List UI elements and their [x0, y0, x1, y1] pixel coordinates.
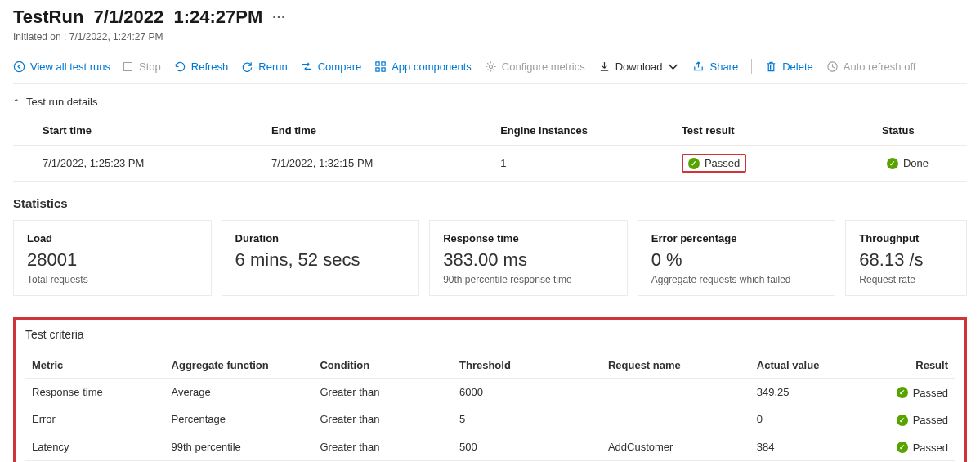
delete-label: Delete: [782, 61, 813, 73]
stat-label: Response time: [443, 232, 614, 244]
auto-refresh-button: Auto refresh off: [826, 61, 916, 73]
statistics-row: Load 28001 Total requests Duration 6 min…: [13, 220, 967, 296]
initiated-on-label: Initiated on : 7/1/2022, 1:24:27 PM: [13, 31, 967, 43]
app-components-button[interactable]: App components: [374, 61, 472, 73]
configure-metrics-label: Configure metrics: [502, 61, 585, 73]
check-icon: ✓: [887, 158, 898, 169]
rerun-label: Rerun: [258, 61, 287, 73]
download-icon: [598, 61, 611, 73]
criteria-cell-condition: Greater than: [313, 406, 453, 433]
test-run-details-table: Start time End time Engine instances Tes…: [13, 116, 967, 182]
gear-icon: [485, 61, 497, 73]
result-badge: ✓Passed: [897, 387, 948, 399]
share-button[interactable]: Share: [692, 61, 738, 73]
stat-value: 68.13 /s: [859, 249, 953, 271]
stat-label: Load: [27, 232, 198, 244]
result-text: Passed: [913, 442, 948, 454]
test-run-details-toggle[interactable]: ⌄ Test run details: [13, 96, 967, 108]
details-row: 7/1/2022, 1:25:23 PM 7/1/2022, 1:32:15 P…: [13, 146, 967, 182]
test-result-badge: ✓ Passed: [682, 154, 746, 173]
svg-rect-2: [382, 61, 385, 65]
header-result: Result: [871, 352, 955, 379]
criteria-cell-aggregate: Average: [165, 379, 314, 406]
header-end-time: End time: [242, 116, 471, 146]
status-text: Done: [903, 157, 929, 169]
svg-point-0: [14, 61, 24, 71]
download-label: Download: [615, 61, 663, 73]
test-run-details-label: Test run details: [26, 96, 97, 108]
header-start-time: Start time: [13, 116, 242, 146]
header-metric: Metric: [25, 352, 165, 379]
result-text: Passed: [913, 387, 948, 399]
header-actual-value: Actual value: [750, 352, 871, 379]
stat-value: 383.00 ms: [443, 249, 614, 271]
rerun-button[interactable]: Rerun: [241, 61, 287, 73]
rerun-icon: [241, 61, 253, 73]
criteria-cell-request_name: [602, 379, 750, 406]
compare-label: Compare: [318, 61, 361, 73]
stop-label: Stop: [139, 61, 161, 73]
auto-refresh-label: Auto refresh off: [844, 61, 916, 73]
stat-card-duration: Duration 6 mins, 52 secs: [222, 220, 420, 296]
test-criteria-table: Metric Aggregate function Condition Thre…: [25, 352, 955, 462]
delete-icon: [765, 61, 777, 73]
stat-card-load: Load 28001 Total requests: [13, 220, 212, 296]
criteria-cell-metric: Error: [25, 406, 165, 433]
test-criteria-section: Test criteria Metric Aggregate function …: [13, 317, 967, 462]
result-badge: ✓Passed: [897, 442, 948, 454]
criteria-cell-metric: Response time: [25, 379, 165, 406]
header-threshold: Threshold: [453, 352, 602, 379]
criteria-cell-condition: Greater than: [313, 379, 453, 406]
criteria-cell-actual_value: 0: [750, 406, 871, 433]
header-status: Status: [852, 116, 967, 146]
header-engine-instances: Engine instances: [471, 116, 652, 146]
svg-point-5: [489, 65, 492, 68]
toolbar-separator: [751, 59, 752, 74]
stat-sub: Request rate: [859, 274, 953, 285]
criteria-cell-threshold: 500: [453, 433, 602, 461]
cell-status: ✓ Done: [852, 146, 967, 182]
view-all-test-runs-button[interactable]: View all test runs: [13, 61, 110, 73]
compare-button[interactable]: Compare: [301, 61, 361, 73]
download-button[interactable]: Download: [598, 61, 680, 73]
share-label: Share: [709, 61, 738, 73]
configure-metrics-button: Configure metrics: [485, 61, 585, 73]
app-components-label: App components: [392, 61, 472, 73]
svg-rect-4: [382, 67, 385, 70]
more-icon[interactable]: ···: [272, 10, 285, 25]
page-title: TestRun_7/1/2022_1:24:27PM: [13, 7, 262, 28]
criteria-cell-result: ✓Passed: [871, 379, 955, 406]
view-all-label: View all test runs: [30, 61, 110, 73]
header-test-result: Test result: [652, 116, 852, 146]
criteria-cell-actual_value: 384: [750, 433, 871, 461]
statistics-title: Statistics: [13, 196, 967, 210]
test-criteria-title: Test criteria: [25, 328, 955, 341]
stat-value: 6 mins, 52 secs: [235, 249, 406, 271]
share-icon: [692, 61, 705, 73]
test-result-text: Passed: [705, 157, 740, 169]
delete-button[interactable]: Delete: [765, 61, 813, 73]
svg-rect-3: [376, 67, 379, 70]
stat-label: Error percentage: [651, 232, 822, 244]
stat-label: Duration: [235, 232, 406, 244]
refresh-button[interactable]: Refresh: [174, 61, 229, 73]
cell-test-result: ✓ Passed: [652, 146, 852, 182]
check-icon: ✓: [897, 387, 908, 398]
chevron-down-icon: [667, 61, 679, 73]
stat-label: Throughput: [859, 232, 953, 244]
stat-card-response-time: Response time 383.00 ms 90th percentile …: [429, 220, 628, 296]
criteria-row: Latency99th percentileGreater than500Add…: [25, 433, 955, 461]
check-icon: ✓: [688, 158, 700, 169]
criteria-cell-request_name: AddCustomer: [602, 433, 750, 461]
stop-button: Stop: [123, 61, 161, 73]
stat-value: 28001: [27, 249, 198, 271]
refresh-label: Refresh: [191, 61, 229, 73]
refresh-icon: [174, 61, 186, 73]
criteria-cell-aggregate: 99th percentile: [165, 433, 314, 461]
stat-sub: Total requests: [27, 274, 198, 285]
result-badge: ✓Passed: [897, 414, 948, 426]
arrow-back-icon: [13, 61, 25, 73]
svg-rect-1: [376, 61, 379, 65]
check-icon: ✓: [897, 415, 908, 426]
cell-end-time: 7/1/2022, 1:32:15 PM: [242, 146, 471, 182]
